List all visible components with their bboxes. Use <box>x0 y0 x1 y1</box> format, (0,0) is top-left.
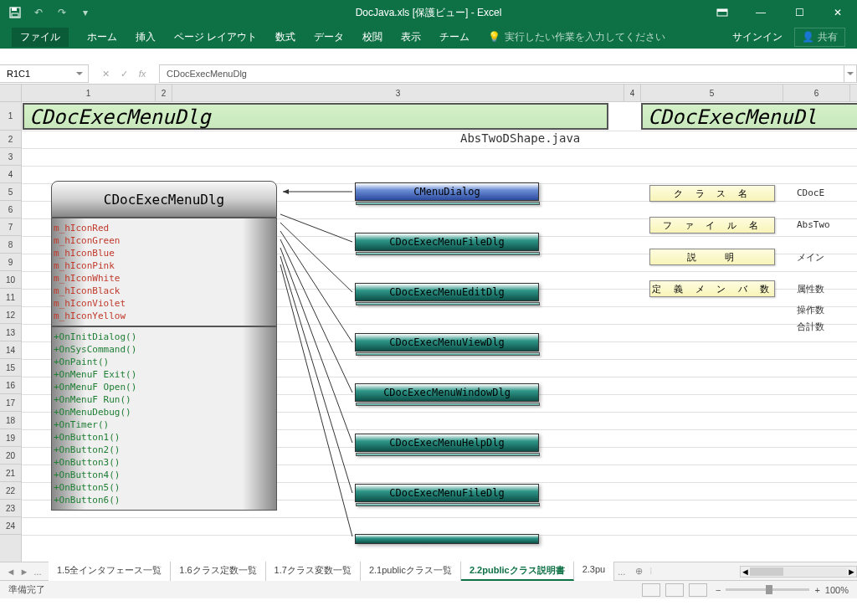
zoom-control[interactable]: − + 100% <box>716 585 849 595</box>
name-box[interactable]: R1C1 <box>0 64 89 83</box>
row-header[interactable]: 23 <box>0 500 21 517</box>
accept-formula-icon[interactable]: ✓ <box>115 69 132 80</box>
col-header[interactable]: 3 <box>172 85 624 101</box>
fx-icon[interactable]: fx <box>134 69 151 80</box>
row-header[interactable]: 13 <box>0 324 21 341</box>
property-value: メイン <box>797 251 824 264</box>
related-class-box: CDocExecMenuWindowDlg <box>355 383 539 402</box>
sheet-tab[interactable]: 1.6クラス定数一覧 <box>171 562 265 581</box>
property-value: 属性数 <box>797 283 824 295</box>
property-label: ク ラ ス 名 <box>649 185 775 202</box>
zoom-level[interactable]: 100% <box>825 585 849 595</box>
sheet-tab[interactable]: 2.3pu <box>574 562 615 581</box>
view-page-break-icon[interactable] <box>689 583 707 597</box>
related-class-box <box>355 534 539 544</box>
tab-review[interactable]: 校閲 <box>362 30 382 44</box>
row-header[interactable]: 8 <box>0 236 21 254</box>
tab-formula[interactable]: 数式 <box>275 30 295 44</box>
col-header[interactable]: 1 <box>22 85 156 101</box>
titlebar: ↶ ↷ ▾ DocJava.xls [保護ビュー] - Excel ― ☐ ✕ <box>0 0 857 25</box>
horizontal-scrollbar[interactable]: ◄► <box>740 566 857 578</box>
view-normal-icon[interactable] <box>642 583 660 597</box>
ribbon-options-icon[interactable] <box>703 0 742 25</box>
row-header[interactable]: 5 <box>0 183 21 201</box>
qat-customize-icon[interactable]: ▾ <box>77 4 94 21</box>
tab-more[interactable]: ... <box>614 567 629 577</box>
prop-value: 合計数 <box>797 321 824 333</box>
property-label: フ ァ イ ル 名 <box>649 217 775 234</box>
sheet-tab[interactable]: 1.5全インタフェース一覧 <box>49 562 171 581</box>
formula-bar[interactable]: CDocExecMenuDlg <box>159 64 844 83</box>
undo-icon[interactable]: ↶ <box>30 4 47 21</box>
row-header[interactable]: 6 <box>0 201 21 218</box>
row-header[interactable]: 7 <box>0 218 21 236</box>
signin-link[interactable]: サインイン <box>732 30 783 44</box>
row-header[interactable]: 20 <box>0 447 21 465</box>
row-header[interactable]: 4 <box>0 166 21 183</box>
row-header[interactable]: 15 <box>0 359 21 377</box>
col-header[interactable]: 4 <box>624 85 641 101</box>
tab-data[interactable]: データ <box>314 30 344 44</box>
sheet-tab[interactable]: 2.1publicクラス一覧 <box>361 562 461 581</box>
row-header[interactable]: 24 <box>0 517 21 535</box>
row-header[interactable]: 12 <box>0 306 21 324</box>
class-method: +OnPaint() <box>54 356 275 368</box>
row-header[interactable]: 22 <box>0 482 21 500</box>
class-method: +OnButton4() <box>54 469 275 481</box>
col-header[interactable]: 6 <box>783 85 850 101</box>
row-header[interactable]: 9 <box>0 254 21 271</box>
tellme-input[interactable]: 💡実行したい作業を入力してください <box>488 30 665 44</box>
sheet-tab[interactable]: 2.2publicクラス説明書 <box>461 562 574 581</box>
formula-expand-icon[interactable] <box>844 64 857 83</box>
related-class-box: CDocExecMenuViewDlg <box>355 333 539 352</box>
related-class-box: CDocExecMenuHelpDlg <box>355 434 539 452</box>
class-method: +OnButton6() <box>54 494 275 506</box>
zoom-out-button[interactable]: − <box>716 585 721 595</box>
tab-view[interactable]: 表示 <box>401 30 421 44</box>
tab-insert[interactable]: 挿入 <box>136 30 156 44</box>
row-header[interactable]: 18 <box>0 412 21 429</box>
sheet-tab[interactable]: 1.7クラス変数一覧 <box>266 562 361 581</box>
maximize-button[interactable]: ☐ <box>780 0 819 25</box>
redo-icon[interactable]: ↷ <box>54 4 70 21</box>
prop-value: 操作数 <box>797 304 824 316</box>
col-header[interactable]: 2 <box>156 85 172 101</box>
close-button[interactable]: ✕ <box>819 0 857 25</box>
select-all-cell[interactable] <box>0 85 21 102</box>
row-header[interactable]: 1 <box>0 102 21 131</box>
col-header[interactable]: 5 <box>641 85 783 101</box>
class-diagram-box: CDocExecMenuDlg m_hIconRedm_hIconGreenm_… <box>51 181 277 511</box>
class-method: +OnSysCommand() <box>54 343 275 356</box>
class-attribute: m_hIconYellow <box>54 310 275 322</box>
save-icon[interactable] <box>7 4 23 21</box>
row-header[interactable]: 2 <box>0 131 21 148</box>
class-method: +OnButton2() <box>54 444 275 456</box>
tab-nav[interactable]: ◄►... <box>0 567 49 577</box>
tab-layout[interactable]: ページ レイアウト <box>174 30 257 44</box>
zoom-slider-handle[interactable] <box>766 585 772 594</box>
add-sheet-button[interactable]: ⊕ <box>629 566 649 577</box>
related-class-box: CMenuDialog <box>355 182 539 201</box>
row-header[interactable]: 16 <box>0 377 21 394</box>
row-header[interactable]: 21 <box>0 465 21 482</box>
zoom-in-button[interactable]: + <box>814 585 819 595</box>
row-header[interactable]: 14 <box>0 341 21 359</box>
row-header[interactable]: 17 <box>0 394 21 412</box>
row-header[interactable]: 3 <box>0 148 21 166</box>
row-header[interactable]: 10 <box>0 271 21 289</box>
minimize-button[interactable]: ― <box>742 0 780 25</box>
class-method: +OnMenuF Run() <box>54 393 275 406</box>
related-class-box: CDocExecMenuFileDlg <box>355 484 539 502</box>
tab-team[interactable]: チーム <box>439 30 470 44</box>
tab-file[interactable]: ファイル <box>12 28 69 47</box>
row-header[interactable]: 19 <box>0 429 21 447</box>
property-value: AbsTwo <box>797 219 830 230</box>
svg-rect-2 <box>12 13 18 17</box>
tab-home[interactable]: ホーム <box>87 30 117 44</box>
share-button[interactable]: 👤共有 <box>794 28 845 47</box>
cancel-formula-icon[interactable]: ✕ <box>97 69 114 80</box>
row-header[interactable]: 11 <box>0 289 21 306</box>
cells-area[interactable]: 1 2 3 4 5 6 CDocExecMenuDlg CDocExecMenu… <box>22 85 857 562</box>
status-bar: 準備完了 − + 100% <box>0 580 857 598</box>
view-page-layout-icon[interactable] <box>665 583 684 597</box>
